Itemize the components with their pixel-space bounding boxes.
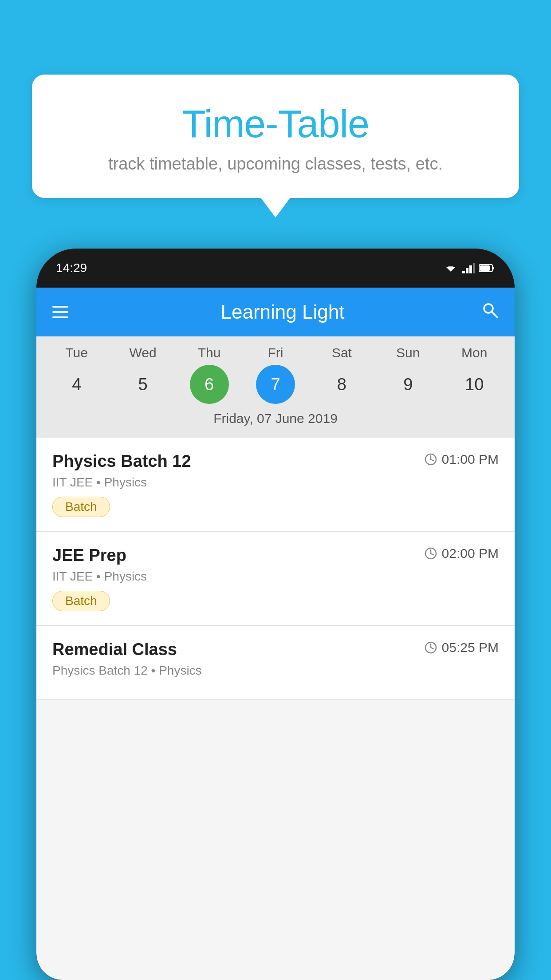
battery-icon [479, 264, 495, 273]
svg-rect-4 [469, 265, 472, 273]
svg-rect-2 [462, 271, 465, 273]
day-header-tue: Tue [57, 345, 96, 360]
schedule-item-1-time: 01:00 PM [424, 452, 499, 467]
schedule-item-2-sub: IIT JEE • Physics [52, 569, 499, 584]
schedule-item-3-sub: Physics Batch 12 • Physics [52, 664, 499, 678]
schedule-item-2-header: JEE Prep 02:00 PM [52, 546, 499, 565]
tooltip-card: Time-Table track timetable, upcoming cla… [32, 75, 519, 198]
schedule-item-3-header: Remedial Class 05:25 PM [52, 640, 499, 659]
app-bar: Learning Light [36, 288, 515, 336]
clock-icon-1 [424, 453, 437, 466]
day-9[interactable]: 9 [389, 365, 428, 404]
selected-date-label: Friday, 07 June 2019 [36, 411, 515, 433]
batch-badge-2: Batch [52, 591, 110, 611]
day-10[interactable]: 10 [455, 365, 494, 404]
svg-line-19 [431, 648, 433, 649]
day-header-fri: Fri [256, 345, 295, 360]
status-time: 14:29 [56, 261, 87, 275]
svg-line-16 [431, 553, 433, 555]
day-headers: Tue Wed Thu Fri Sat Sun Mon [36, 345, 515, 360]
schedule-item-1[interactable]: Physics Batch 12 01:00 PM IIT JEE • Phys… [36, 438, 515, 532]
svg-rect-8 [480, 265, 490, 271]
day-header-sun: Sun [389, 345, 428, 360]
day-header-wed: Wed [123, 345, 162, 360]
day-header-sat: Sat [322, 345, 361, 360]
day-header-thu: Thu [190, 345, 229, 360]
day-7-selected[interactable]: 7 [256, 365, 295, 404]
status-bar: 14:29 [36, 249, 515, 288]
hamburger-button[interactable] [52, 306, 68, 318]
tooltip-subtitle: track timetable, upcoming classes, tests… [59, 154, 492, 174]
day-4[interactable]: 4 [57, 365, 96, 404]
schedule-item-1-header: Physics Batch 12 01:00 PM [52, 452, 499, 471]
batch-badge-1: Batch [52, 497, 110, 517]
clock-icon-3 [424, 641, 437, 654]
schedule-item-3-time: 05:25 PM [424, 640, 499, 655]
search-button[interactable] [481, 301, 499, 323]
day-8[interactable]: 8 [322, 365, 361, 404]
day-5[interactable]: 5 [123, 365, 162, 404]
clock-icon-2 [424, 547, 437, 560]
phone-screen: Learning Light Tue Wed Thu Fri Sat Sun M… [36, 288, 515, 980]
schedule-item-2[interactable]: JEE Prep 02:00 PM IIT JEE • Physics Batc… [36, 532, 515, 626]
wifi-icon [444, 263, 458, 273]
svg-rect-7 [492, 267, 494, 269]
schedule-item-1-sub: IIT JEE • Physics [52, 475, 499, 490]
svg-rect-5 [473, 263, 475, 273]
schedule-item-2-time: 02:00 PM [424, 546, 499, 561]
signal-icon [462, 263, 475, 273]
tooltip-title: Time-Table [59, 101, 492, 146]
app-title: Learning Light [84, 301, 481, 323]
day-header-mon: Mon [455, 345, 494, 360]
calendar-strip: Tue Wed Thu Fri Sat Sun Mon 4 5 6 7 8 9 … [36, 336, 515, 438]
day-6-today[interactable]: 6 [190, 365, 229, 404]
svg-rect-3 [466, 268, 468, 273]
phone-frame: 14:29 [36, 249, 515, 980]
schedule-list: Physics Batch 12 01:00 PM IIT JEE • Phys… [36, 438, 515, 699]
schedule-item-3-title: Remedial Class [52, 640, 177, 659]
schedule-item-1-title: Physics Batch 12 [52, 452, 191, 471]
day-numbers: 4 5 6 7 8 9 10 [36, 365, 515, 404]
schedule-item-3[interactable]: Remedial Class 05:25 PM Physics Batch 12… [36, 626, 515, 699]
svg-line-13 [431, 459, 433, 461]
status-icons [444, 263, 495, 273]
svg-line-10 [492, 312, 497, 317]
schedule-item-2-title: JEE Prep [52, 546, 126, 565]
